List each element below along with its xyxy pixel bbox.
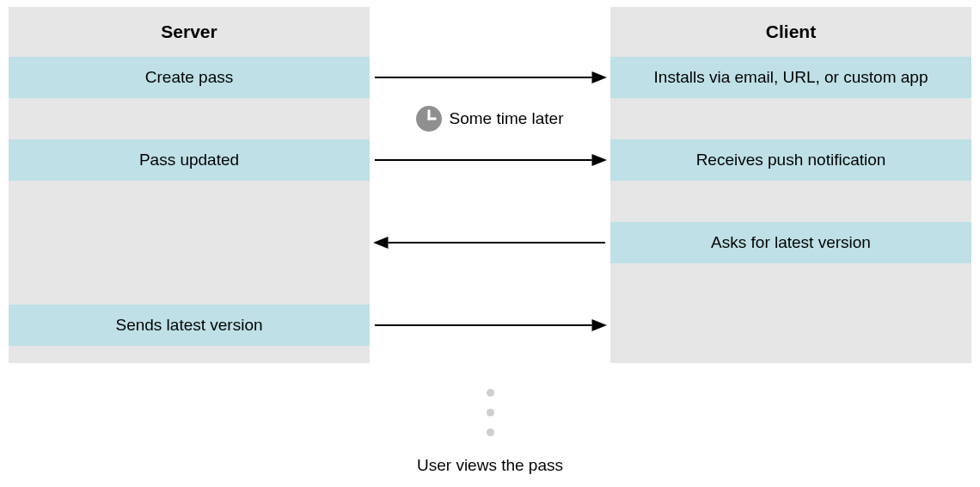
client-blank-3: [610, 181, 971, 222]
arrow-left-4: [370, 233, 610, 252]
client-trailing: [610, 346, 971, 363]
arrow-row-6: [370, 305, 610, 346]
svg-marker-8: [373, 237, 388, 249]
server-lane: Server Create pass Pass updated Sends la…: [9, 7, 370, 363]
arrow-right-0: [370, 68, 610, 87]
client-blank-6: [610, 305, 971, 346]
client-rows: Installs via email, URL, or custom app R…: [610, 57, 971, 363]
time-note: Some time later: [416, 106, 563, 132]
arrow-row-0: [370, 57, 610, 98]
arrow-right-2: [370, 151, 610, 170]
server-step-2: Pass updated: [9, 139, 370, 181]
arrow-right-icon: [373, 151, 607, 170]
diagram-caption: User views the pass: [0, 456, 980, 475]
server-blank-4: [9, 222, 370, 263]
arrow-row-2: [370, 139, 610, 181]
arrow-right-icon: [373, 316, 607, 335]
arrow-right-icon: [373, 68, 607, 87]
time-note-label: Some time later: [449, 109, 563, 128]
server-blank-3: [9, 181, 370, 222]
ellipsis-dots: [0, 389, 980, 436]
clock-icon: [416, 106, 442, 132]
arrow-row-4: [370, 222, 610, 263]
sequence-diagram: Server Create pass Pass updated Sends la…: [0, 0, 980, 487]
client-step-0: Installs via email, URL, or custom app: [610, 57, 971, 98]
server-step-6: Sends latest version: [9, 305, 370, 346]
dot-icon: [487, 389, 494, 397]
client-blank-1: [610, 98, 971, 139]
svg-marker-6: [592, 154, 607, 166]
client-header: Client: [610, 7, 971, 57]
middle-channel: Some time later: [370, 57, 610, 401]
server-header: Server: [9, 7, 370, 57]
server-trailing: [9, 346, 370, 363]
server-blank-5: [9, 263, 370, 305]
svg-marker-10: [592, 319, 607, 331]
svg-marker-1: [592, 71, 607, 83]
arrow-left-icon: [373, 233, 607, 252]
client-step-4: Asks for latest version: [610, 222, 971, 263]
client-blank-5: [610, 263, 971, 305]
dot-icon: [487, 409, 494, 416]
client-step-2: Receives push notification: [610, 139, 971, 181]
client-lane: Client Installs via email, URL, or custo…: [610, 7, 971, 363]
server-blank-1: [9, 98, 370, 139]
time-note-row: Some time later: [370, 98, 610, 139]
arrow-right-6: [370, 316, 610, 335]
server-rows: Create pass Pass updated Sends latest ve…: [9, 57, 370, 363]
server-step-0: Create pass: [9, 57, 370, 98]
dot-icon: [487, 428, 494, 436]
